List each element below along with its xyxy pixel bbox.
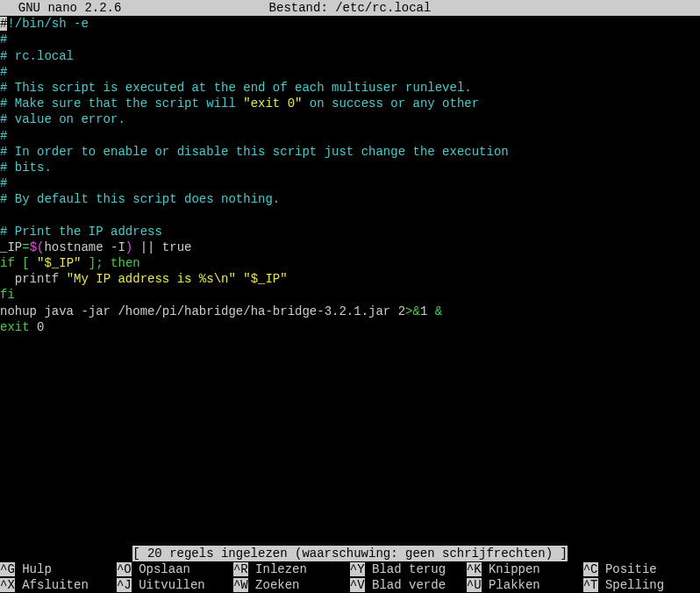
editor-line[interactable]: # value on error. [0, 111, 700, 127]
code-segment: # [0, 176, 7, 190]
code-segment: & [435, 304, 442, 318]
shortcuts-bar: ^G Hulp^O Opslaan^R Inlezen^Y Blad terug… [0, 561, 700, 593]
code-segment: 0 [30, 320, 45, 334]
shortcut-item[interactable]: ^X Afsluiten [0, 577, 117, 593]
code-segment: _IP [0, 240, 22, 254]
code-segment [81, 256, 88, 270]
shortcut-key: ^R [233, 562, 248, 576]
code-segment: # [0, 32, 7, 46]
shortcut-item[interactable]: ^J Uitvullen [117, 577, 233, 593]
code-segment [30, 256, 37, 270]
code-segment: "$_IP" [37, 256, 81, 270]
code-segment: !/bin/sh -e [7, 17, 88, 31]
shortcut-desc: Afsluiten [15, 578, 89, 592]
shortcut-desc: Opslaan [132, 562, 190, 576]
code-segment: # [0, 129, 7, 143]
code-segment [15, 256, 22, 270]
shortcut-item[interactable]: ^T Spelling [583, 577, 700, 593]
shortcut-key: ^W [233, 578, 248, 592]
editor-line[interactable]: printf "My IP address is %s\n" "$_IP" [0, 271, 700, 287]
code-segment: # bits. [0, 161, 52, 175]
editor-line[interactable]: nohup java -jar /home/pi/habridge/ha-bri… [0, 304, 700, 319]
shortcut-item[interactable]: ^V Blad verde [350, 577, 467, 593]
code-segment [104, 256, 111, 270]
shortcut-key: ^K [467, 562, 482, 576]
editor-line[interactable]: # Print the IP address [0, 224, 700, 239]
editor-line[interactable]: # rc.local [0, 48, 700, 64]
editor-line[interactable]: # In order to enable or disable this scr… [0, 144, 700, 160]
code-segment: ) [125, 240, 132, 254]
code-segment: on success or any other [302, 96, 479, 111]
shortcut-item[interactable]: ^O Opslaan [117, 561, 233, 577]
code-segment: [ [22, 256, 29, 270]
editor-line[interactable]: if [ "$_IP" ]; then [0, 255, 700, 271]
code-segment: nohup java -jar /home/pi/habridge/ha-bri… [0, 304, 405, 318]
shortcut-item[interactable]: ^C Positie [583, 561, 700, 577]
code-segment: $( [30, 240, 45, 254]
shortcut-key: ^V [350, 578, 365, 592]
editor-line[interactable]: # This script is executed at the end of … [0, 80, 700, 96]
shortcut-item[interactable]: ^G Hulp [0, 561, 117, 577]
shortcut-item[interactable]: ^R Inlezen [233, 561, 350, 577]
code-segment: # rc.local [0, 49, 74, 63]
code-segment: # Print the IP address [0, 225, 162, 239]
shortcut-item[interactable]: ^Y Blad terug [350, 561, 467, 577]
shortcut-key: ^J [117, 578, 132, 592]
titlebar: GNU nano 2.2.6 Bestand: /etc/rc.local GN… [0, 0, 700, 16]
shortcut-desc: Inlezen [248, 562, 307, 576]
shortcut-key: ^X [0, 578, 15, 592]
code-segment: = [22, 240, 29, 254]
shortcut-key: ^Y [350, 562, 365, 576]
code-segment: fi [0, 288, 15, 302]
code-segment: # [0, 65, 7, 79]
editor-line[interactable]: # [0, 175, 700, 191]
editor-line[interactable]: # By default this script does nothing. [0, 191, 700, 207]
shortcut-desc: Hulp [15, 562, 52, 576]
editor-line[interactable]: # [0, 64, 700, 80]
editor-line[interactable]: _IP=$(hostname -I) || true [0, 239, 700, 255]
code-segment: || true [132, 240, 191, 254]
code-segment: printf [0, 272, 67, 286]
shortcut-desc: Uitvullen [132, 578, 205, 592]
code-segment: exit [0, 320, 30, 334]
shortcut-desc: Zoeken [248, 578, 300, 592]
code-segment: 1 [420, 304, 435, 318]
code-segment: # By default this script does nothing. [0, 192, 280, 206]
status-bar: [ 20 regels ingelezen (waarschuwing: gee… [0, 546, 700, 561]
code-segment: # In order to enable or disable this scr… [0, 145, 509, 159]
shortcut-item[interactable]: ^U Plakken [467, 577, 583, 593]
shortcut-key: ^T [583, 578, 598, 592]
shortcut-desc: Blad verde [365, 578, 446, 592]
status-message: [ 20 regels ingelezen (waarschuwing: gee… [132, 546, 568, 561]
code-segment: "exit 0" [243, 96, 302, 111]
shortcut-key: ^U [467, 578, 482, 592]
code-segment: if [0, 256, 15, 270]
code-segment: >& [405, 304, 420, 318]
code-segment: hostname -I [44, 240, 125, 254]
shortcut-key: ^O [117, 562, 132, 576]
shortcut-desc: Plakken [482, 578, 540, 592]
code-segment: ]; [89, 256, 104, 270]
editor-line[interactable]: #!/bin/sh -e [0, 16, 700, 32]
code-segment: then [111, 256, 140, 270]
code-segment: "My IP address is %s\n" "$_IP" [67, 272, 288, 286]
shortcut-item[interactable]: ^W Zoeken [233, 577, 350, 593]
editor-line[interactable]: # [0, 128, 700, 144]
shortcut-desc: Blad terug [365, 562, 446, 576]
shortcut-desc: Spelling [598, 578, 665, 592]
editor-content[interactable]: #!/bin/sh -e## rc.local## This script is… [0, 16, 700, 335]
editor-line[interactable] [0, 207, 700, 223]
file-label: Bestand: /etc/rc.local [121, 0, 578, 16]
code-segment: # This script is executed at the end of … [0, 81, 472, 95]
shortcut-key: ^C [583, 562, 598, 576]
editor-line[interactable]: # [0, 32, 700, 47]
shortcut-desc: Knippen [482, 562, 540, 576]
editor-line[interactable]: # bits. [0, 160, 700, 175]
shortcut-desc: Positie [598, 562, 657, 576]
editor-line[interactable]: fi [0, 287, 700, 303]
editor-line[interactable]: exit 0 [0, 319, 700, 335]
editor-line[interactable]: # Make sure that the script will "exit 0… [0, 96, 700, 111]
code-segment: # Make sure that the script will [0, 96, 243, 111]
code-segment: # value on error. [0, 112, 125, 126]
shortcut-item[interactable]: ^K Knippen [467, 561, 583, 577]
